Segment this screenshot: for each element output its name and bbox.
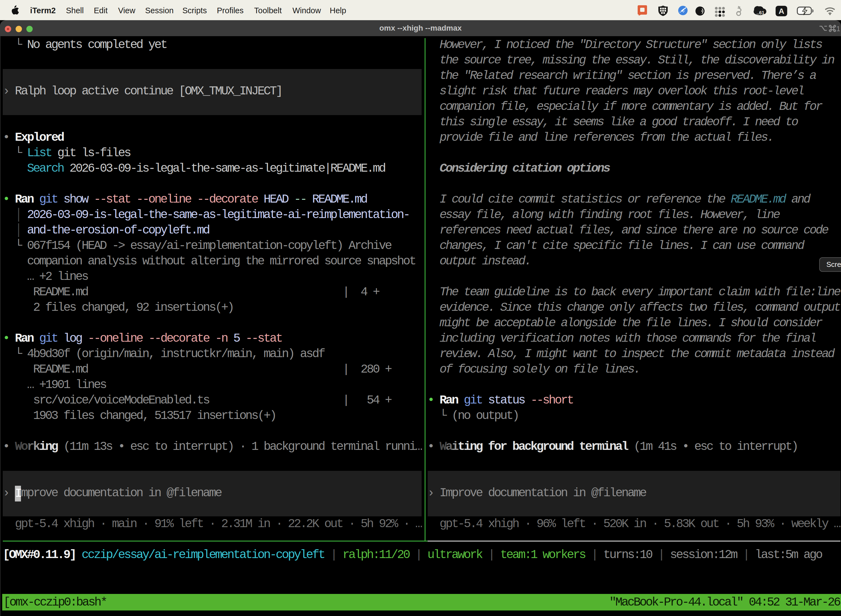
- svg-text:..61: ..61: [757, 10, 764, 15]
- svg-text:1: 1: [836, 25, 840, 33]
- svg-text:A: A: [779, 7, 784, 15]
